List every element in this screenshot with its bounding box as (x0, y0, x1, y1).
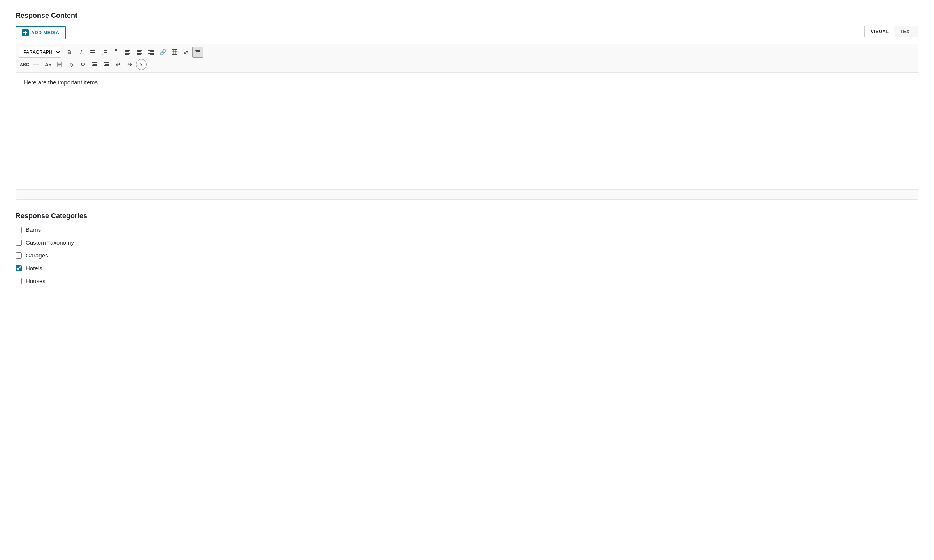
category-custom-taxonomy: Custom Taxonomy (16, 239, 918, 246)
toolbar: PARAGRAPH Heading 1 Heading 2 Heading 3 … (16, 44, 918, 73)
strikethrough-button[interactable]: ABC (19, 59, 30, 70)
align-right-button[interactable] (146, 47, 156, 58)
svg-rect-41 (58, 64, 61, 65)
svg-rect-43 (92, 62, 97, 63)
blockquote-button[interactable]: " (111, 47, 121, 58)
paste-word-button[interactable] (54, 59, 65, 70)
svg-rect-23 (150, 51, 154, 52)
svg-rect-21 (137, 54, 141, 55)
barns-checkbox[interactable] (16, 227, 22, 233)
svg-rect-11 (104, 52, 107, 52)
svg-rect-46 (93, 67, 97, 67)
special-char-button[interactable]: Ω (77, 59, 88, 70)
text-color-button[interactable]: A ▾ (42, 59, 53, 70)
svg-rect-1 (25, 31, 26, 35)
link-button[interactable]: 🔗 (157, 47, 168, 58)
svg-text:3.: 3. (102, 53, 103, 55)
svg-rect-19 (137, 51, 141, 52)
format-select[interactable]: PARAGRAPH Heading 1 Heading 2 Heading 3 … (19, 47, 61, 58)
custom-taxonomy-checkbox[interactable] (16, 240, 22, 246)
svg-rect-38 (199, 52, 200, 53)
svg-rect-14 (125, 50, 130, 51)
hotels-checkbox[interactable] (16, 265, 22, 271)
custom-taxonomy-label[interactable]: Custom Taxonomy (26, 239, 74, 246)
add-media-button[interactable]: ADD MEDIA (16, 26, 66, 39)
visual-view-button[interactable]: VISUAL (865, 26, 894, 37)
svg-rect-26 (172, 50, 177, 55)
svg-rect-16 (125, 53, 130, 54)
response-categories-title: Response Categories (16, 212, 918, 220)
text-view-button[interactable]: TEXT (894, 26, 918, 37)
indent-button[interactable] (101, 59, 112, 70)
redo-button[interactable]: ↪ (124, 59, 135, 70)
garages-label[interactable]: Garages (26, 252, 48, 259)
editor-content[interactable]: Here are the important items (24, 79, 910, 86)
svg-rect-34 (198, 51, 199, 52)
svg-rect-18 (137, 50, 142, 51)
table-button[interactable] (169, 47, 180, 58)
svg-rect-48 (104, 62, 109, 63)
help-button[interactable]: ? (136, 59, 147, 70)
category-garages: Garages (16, 252, 918, 259)
response-content-title: Response Content (16, 12, 918, 20)
resize-icon: ⋱ (910, 191, 916, 198)
svg-rect-31 (195, 51, 200, 54)
svg-marker-47 (92, 64, 93, 65)
response-content-section: Response Content ADD MEDIA VISUAL TEXT P… (16, 12, 918, 200)
svg-rect-40 (58, 63, 61, 63)
align-left-button[interactable] (122, 47, 133, 58)
svg-rect-22 (148, 50, 154, 51)
svg-rect-2 (90, 50, 91, 51)
svg-rect-33 (197, 51, 198, 52)
svg-rect-17 (125, 54, 129, 55)
svg-rect-4 (90, 52, 91, 52)
add-media-label: ADD MEDIA (31, 30, 60, 35)
svg-rect-32 (196, 51, 197, 52)
undo-button[interactable]: ↩ (112, 59, 123, 70)
svg-rect-24 (148, 53, 154, 54)
editor-header: ADD MEDIA VISUAL TEXT (16, 26, 918, 44)
svg-rect-35 (199, 51, 200, 52)
editor-body[interactable]: Here are the important items (16, 73, 918, 189)
response-categories-section: Response Categories Barns Custom Taxonom… (16, 212, 918, 284)
svg-rect-36 (196, 52, 197, 53)
svg-rect-45 (92, 65, 97, 66)
horizontal-rule-button[interactable]: — (31, 59, 42, 70)
italic-button[interactable]: I (75, 47, 86, 58)
svg-rect-15 (125, 51, 129, 52)
editor-container: PARAGRAPH Heading 1 Heading 2 Heading 3 … (16, 44, 918, 200)
svg-rect-13 (104, 54, 107, 54)
category-barns: Barns (16, 226, 918, 233)
category-hotels: Hotels (16, 265, 918, 271)
fullscreen-button[interactable]: ⤢ (181, 47, 191, 58)
hotels-label[interactable]: Hotels (26, 265, 42, 271)
svg-rect-7 (91, 54, 95, 54)
view-toggle-group: VISUAL TEXT (864, 26, 918, 37)
svg-rect-42 (58, 65, 60, 65)
category-houses: Houses (16, 278, 918, 284)
editor-resize-handle[interactable]: ⋱ (16, 189, 918, 199)
svg-rect-9 (104, 50, 107, 51)
houses-checkbox[interactable] (16, 278, 22, 284)
bold-button[interactable]: B (64, 47, 75, 58)
outdent-button[interactable] (89, 59, 100, 70)
svg-rect-39 (58, 62, 61, 67)
svg-rect-44 (93, 64, 97, 65)
svg-rect-25 (150, 54, 154, 55)
svg-marker-52 (104, 64, 105, 65)
ordered-list-button[interactable]: 1. 2. 3. (99, 47, 110, 58)
houses-label[interactable]: Houses (26, 278, 46, 284)
unordered-list-button[interactable] (87, 47, 98, 58)
keyboard-shortcuts-button[interactable] (192, 47, 203, 58)
garages-checkbox[interactable] (16, 252, 22, 259)
align-center-button[interactable] (134, 47, 145, 58)
add-media-icon (22, 29, 29, 36)
svg-rect-49 (105, 64, 109, 65)
svg-rect-37 (197, 52, 198, 53)
svg-rect-20 (137, 53, 142, 54)
clear-format-button[interactable]: ◇ (66, 59, 77, 70)
svg-rect-3 (91, 50, 95, 51)
svg-rect-6 (90, 54, 91, 54)
barns-label[interactable]: Barns (26, 226, 41, 233)
toolbar-row-2: ABC — A ▾ ◇ Ω (19, 59, 915, 70)
